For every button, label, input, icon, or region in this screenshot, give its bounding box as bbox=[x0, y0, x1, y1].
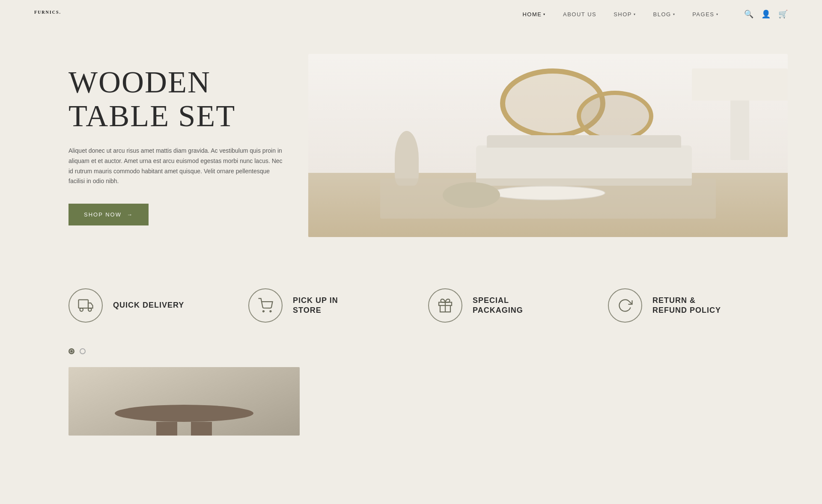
cart-icon[interactable]: 🛒 bbox=[778, 10, 788, 18]
truck-icon bbox=[78, 298, 93, 313]
nav-item-blog[interactable]: BLOG ▾ bbox=[653, 11, 676, 18]
feature-quick-delivery: QUICK DELIVERY bbox=[68, 288, 248, 323]
svg-point-1 bbox=[80, 308, 83, 311]
plant-decoration bbox=[395, 131, 419, 186]
feature-pick-up-in-store: PICK UP IN STORE bbox=[248, 288, 428, 323]
quick-delivery-icon-circle bbox=[68, 288, 103, 323]
hero-description: Aliquet donec ut arcu risus amet mattis … bbox=[68, 146, 283, 187]
nav-item-about[interactable]: ABOUT US bbox=[563, 11, 596, 18]
shop-now-label: SHOP NOW bbox=[84, 211, 122, 218]
hero-section: WOODEN TABLE SET Aliquet donec ut arcu r… bbox=[0, 28, 822, 263]
feature-return-refund: RETURN & REFUND POLICY bbox=[608, 288, 788, 323]
hero-image bbox=[308, 54, 788, 237]
main-nav: HOME ▾ ABOUT US SHOP ▾ BLOG ▾ PAGES ▾ 🔍 … bbox=[522, 10, 788, 18]
nav-icon-group: 🔍 👤 🛒 bbox=[744, 10, 788, 18]
shop-now-button[interactable]: SHOP NOW → bbox=[68, 204, 149, 225]
features-section: QUICK DELIVERY PICK UP IN STORE bbox=[0, 263, 822, 340]
special-packaging-icon-circle bbox=[428, 288, 462, 323]
user-icon[interactable]: 👤 bbox=[761, 10, 771, 18]
hero-text-block: WOODEN TABLE SET Aliquet donec ut arcu r… bbox=[68, 65, 308, 226]
gift-icon bbox=[438, 298, 453, 313]
quick-delivery-label: QUICK DELIVERY bbox=[113, 300, 184, 310]
dot-2[interactable] bbox=[80, 348, 86, 354]
return-refund-icon-circle bbox=[608, 288, 642, 323]
svg-point-2 bbox=[88, 308, 92, 311]
mirror-decoration-2 bbox=[577, 91, 653, 142]
carousel-dots bbox=[0, 340, 822, 367]
pick-up-icon-circle bbox=[248, 288, 283, 323]
return-refund-label: RETURN & REFUND POLICY bbox=[652, 296, 721, 316]
arrow-icon: → bbox=[127, 211, 133, 218]
svg-point-3 bbox=[263, 311, 264, 312]
nav-item-home[interactable]: HOME ▾ bbox=[522, 11, 546, 18]
dot-1[interactable] bbox=[68, 348, 74, 354]
pick-up-label: PICK UP IN STORE bbox=[293, 296, 338, 316]
svg-point-4 bbox=[270, 311, 271, 312]
chevron-down-icon: ▾ bbox=[673, 12, 676, 16]
feature-special-packaging: SPECIAL PACKAGING bbox=[428, 288, 608, 323]
special-packaging-label: SPECIAL PACKAGING bbox=[473, 296, 523, 316]
refresh-icon bbox=[617, 298, 633, 313]
chevron-down-icon: ▾ bbox=[716, 12, 719, 16]
header: FURNICS. HOME ▾ ABOUT US SHOP ▾ BLOG ▾ P… bbox=[0, 0, 822, 28]
ottoman-decoration bbox=[443, 182, 500, 208]
hero-title: WOODEN TABLE SET bbox=[68, 65, 283, 133]
lamp-decoration bbox=[730, 68, 750, 160]
nav-item-pages[interactable]: PAGES ▾ bbox=[692, 11, 718, 18]
bottom-image-strip bbox=[0, 367, 822, 436]
search-icon[interactable]: 🔍 bbox=[744, 10, 754, 18]
chevron-down-icon: ▾ bbox=[634, 12, 636, 16]
logo[interactable]: FURNICS. bbox=[34, 7, 61, 21]
bottom-preview-image bbox=[68, 367, 300, 436]
table-silhouette bbox=[115, 405, 253, 422]
nav-item-shop[interactable]: SHOP ▾ bbox=[614, 11, 636, 18]
svg-rect-0 bbox=[79, 300, 89, 308]
shopping-cart-icon bbox=[258, 298, 273, 313]
chevron-down-icon: ▾ bbox=[543, 12, 546, 16]
